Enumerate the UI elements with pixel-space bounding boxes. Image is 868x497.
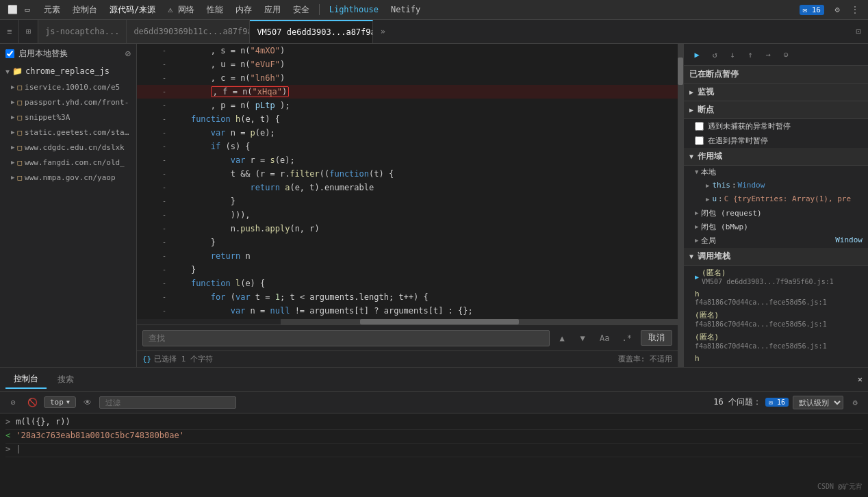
more-options-icon[interactable]: ⋮ bbox=[847, 2, 863, 17]
step-out-btn[interactable]: ↑ bbox=[743, 47, 758, 62]
menu-elements[interactable]: 元素 bbox=[38, 1, 66, 18]
tab-more-button[interactable]: » bbox=[373, 20, 392, 44]
step-over-btn[interactable]: ↺ bbox=[707, 47, 722, 62]
scope-closure1-item[interactable]: ▶ 闭包 (request) bbox=[684, 207, 868, 220]
item-arrow-1: ▶ bbox=[11, 99, 14, 105]
find-next-btn[interactable]: ▼ bbox=[574, 330, 591, 346]
console-settings-btn[interactable]: ⚙ bbox=[847, 395, 863, 410]
tab-js-nocaptcha[interactable]: js-nocaptcha... bbox=[38, 20, 127, 44]
filter-input[interactable] bbox=[99, 396, 236, 409]
sidebar-item-5[interactable]: ▶ □ www.fangdi.com.cn/old_ bbox=[0, 155, 136, 170]
callstack-item-1[interactable]: h f4a8186c70d44ca...fece58d56.js:1 bbox=[684, 288, 868, 308]
console-prompt-icon: > bbox=[5, 417, 10, 426]
menu-memory[interactable]: 内存 bbox=[230, 1, 257, 18]
inspect-icon[interactable]: ⬜ bbox=[5, 3, 19, 16]
menu-network[interactable]: ⚠ 网络 bbox=[162, 1, 199, 18]
console-output[interactable]: > m(l({}, r)) < '28a3c763eab81a0010c5bc7… bbox=[0, 413, 868, 497]
local-override-header[interactable]: 启用本地替换 ⊘ bbox=[0, 44, 136, 63]
sidebar-item-3[interactable]: ▶ □ static.geetest.com/static bbox=[0, 125, 136, 140]
console-tab[interactable]: 控制台 bbox=[5, 370, 47, 389]
scope-global-item[interactable]: ▶ 全局 Window bbox=[684, 234, 868, 248]
menu-sources[interactable]: 源代码/来源 bbox=[104, 1, 161, 18]
horizontal-scrollbar[interactable] bbox=[137, 319, 678, 324]
menu-performance[interactable]: 性能 bbox=[201, 1, 229, 18]
pause-uncaught-cb[interactable]: 遇到未捕获的异常时暂停 bbox=[684, 119, 868, 133]
menu-console[interactable]: 控制台 bbox=[67, 1, 103, 18]
scope-this-item[interactable]: ▶ this : Window bbox=[684, 179, 868, 193]
eye-icon[interactable]: 👁 bbox=[80, 395, 95, 410]
line-marker: - bbox=[157, 44, 171, 58]
default-level-select[interactable]: 默认级别 bbox=[793, 396, 843, 409]
match-case-btn[interactable]: Aa bbox=[595, 331, 614, 345]
scope-local-item[interactable]: ▼ 本地 bbox=[684, 166, 868, 179]
split-editor-icon[interactable]: ⊡ bbox=[849, 20, 868, 44]
callstack-item-3[interactable]: (匿名) f4a8186c70d44ca...fece58d56.js:1 bbox=[684, 330, 868, 352]
override-clear-icon[interactable]: ⊘ bbox=[125, 48, 131, 59]
watch-section-header[interactable]: ▶ 监视 bbox=[684, 84, 868, 101]
sidebar-item-2[interactable]: ▶ □ snippet%3A bbox=[0, 110, 136, 125]
step-btn[interactable]: → bbox=[761, 47, 776, 62]
code-container[interactable]: - , s = n("4mXO") - , u = n("eVuF") - , … bbox=[137, 44, 678, 319]
find-cancel-btn[interactable]: 取消 bbox=[641, 330, 672, 346]
tab-de6dd[interactable]: de6dd390369b11c...a87f9a95f60.js* bbox=[127, 20, 250, 44]
issues-badge: ✉ 16 bbox=[765, 398, 789, 407]
editor-statusbar: {} 已选择 1 个字符 覆盖率: 不适用 bbox=[137, 351, 678, 367]
sidebar-item-6[interactable]: ▶ □ www.nmpa.gov.cn/yaop bbox=[0, 170, 136, 185]
line-marker: - bbox=[157, 167, 171, 181]
menu-application[interactable]: 应用 bbox=[259, 1, 286, 18]
callstack-item-4[interactable]: h bbox=[684, 352, 868, 365]
scrollbar-track[interactable] bbox=[281, 319, 678, 324]
lighthouse-tab[interactable]: Lighthouse bbox=[324, 2, 384, 17]
close-bottom-btn[interactable]: ✕ bbox=[858, 374, 863, 384]
top-level-selector[interactable]: top ▼ bbox=[44, 396, 76, 408]
tree-root-item[interactable]: ▼ 📁 chrome_replace_js bbox=[0, 63, 136, 79]
scope-closure2-item[interactable]: ▶ 闭包 (bMwp) bbox=[684, 220, 868, 234]
menu-security[interactable]: 安全 bbox=[288, 1, 315, 18]
u-colon: : bbox=[718, 194, 723, 203]
callstack-item-0[interactable]: (匿名) VM507 de6dd3903...7f9a95f60.js:1 bbox=[684, 266, 868, 288]
code-line: - } bbox=[137, 235, 678, 249]
pause-exception-checkbox[interactable] bbox=[695, 136, 704, 145]
u-arrow-icon: ▶ bbox=[706, 196, 709, 203]
netify-tab[interactable]: Netify bbox=[385, 2, 426, 17]
line-marker: - bbox=[157, 208, 171, 222]
console-output-icon: < bbox=[5, 431, 10, 440]
settings-icon[interactable]: ⚙ bbox=[830, 2, 845, 17]
bottom-tab-bar: 控制台 搜索 ✕ bbox=[0, 368, 868, 392]
bottom-panel: 控制台 搜索 ✕ ⊘ 🚫 top ▼ 👁 16 个问题： ✉ 16 默认级别 ⚙… bbox=[0, 367, 868, 497]
sidebar-toggle[interactable]: ⊞ bbox=[19, 20, 38, 44]
sidebar-item-4[interactable]: ▶ □ www.cdgdc.edu.cn/dslxk bbox=[0, 140, 136, 155]
deactivate-bp-btn[interactable]: ⊝ bbox=[778, 47, 793, 62]
pause-exception-cb[interactable]: 在遇到异常时暂停 bbox=[684, 133, 868, 148]
scope-section-header[interactable]: ▼ 作用域 bbox=[684, 148, 868, 166]
resume-btn[interactable]: ▶ bbox=[689, 47, 704, 62]
regex-btn[interactable]: .* bbox=[617, 331, 637, 345]
clear-console-btn[interactable]: ⊘ bbox=[5, 395, 21, 410]
item-arrow-2: ▶ bbox=[11, 114, 14, 120]
callstack-section-header[interactable]: ▼ 调用堆栈 bbox=[684, 248, 868, 266]
find-input[interactable] bbox=[142, 330, 550, 346]
find-prev-btn[interactable]: ▲ bbox=[554, 330, 570, 346]
sidebar-item-0[interactable]: ▶ □ iservice.10010.com/e5 bbox=[0, 79, 136, 94]
pause-uncaught-checkbox[interactable] bbox=[695, 122, 704, 131]
code-line: - , u = n("eVuF") bbox=[137, 58, 678, 71]
scope-u-item[interactable]: ▶ u : C {tryEntries: Array(1), pre bbox=[684, 193, 868, 207]
line-content: t && (r = r.filter((function(t) { bbox=[171, 167, 672, 181]
item-label-3: static.geetest.com/static bbox=[25, 128, 131, 137]
this-arrow-icon: ▶ bbox=[706, 182, 709, 189]
vertical-scrollbar[interactable] bbox=[678, 44, 683, 367]
enable-override-checkbox[interactable] bbox=[5, 49, 14, 58]
console-cursor-line[interactable]: > | bbox=[5, 444, 863, 457]
line-content: return a(e, t).enumerable bbox=[171, 181, 672, 194]
tab-list-icon[interactable]: ≡ bbox=[0, 20, 19, 44]
scrollbar-thumb[interactable] bbox=[360, 319, 519, 324]
search-tab[interactable]: 搜索 bbox=[49, 371, 82, 388]
sidebar-item-1[interactable]: ▶ □ passport.yhd.com/front- bbox=[0, 94, 136, 110]
tab-vm507[interactable]: VM507 de6dd3903...a87f9a95f60.js ✕ bbox=[250, 20, 373, 44]
device-icon[interactable]: ▭ bbox=[21, 3, 34, 16]
scroll-thumb[interactable] bbox=[678, 58, 683, 85]
step-into-btn[interactable]: ↓ bbox=[725, 47, 740, 62]
callstack-item-2[interactable]: (匿名) f4a8186c70d44ca...fece58d56.js:1 bbox=[684, 308, 868, 330]
filter-toggle-btn[interactable]: 🚫 bbox=[25, 395, 40, 410]
breakpoints-section-header[interactable]: ▶ 断点 bbox=[684, 101, 868, 119]
